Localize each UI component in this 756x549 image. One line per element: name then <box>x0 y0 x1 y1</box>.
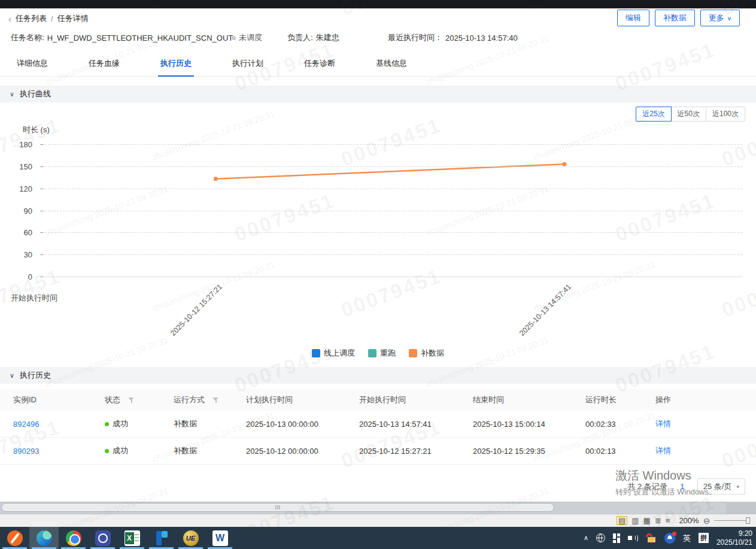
zoom-slider-thumb[interactable] <box>746 517 750 524</box>
tab-execution-plan[interactable]: 执行计划 <box>230 53 266 77</box>
legend-swatch-orange <box>409 349 417 357</box>
detail-link[interactable]: 详情 <box>655 418 671 429</box>
curve-section-title: 执行曲线 <box>20 89 51 99</box>
taskbar-blue-round-app-icon[interactable] <box>88 527 117 549</box>
tab-execution-history[interactable]: 执行历史 <box>158 53 194 77</box>
zoom-level[interactable]: 200% <box>679 516 699 525</box>
success-dot-icon <box>105 422 109 426</box>
read-mode-icon[interactable]: ▤ <box>617 516 627 525</box>
collapse-chevron-icon[interactable]: ∨ <box>10 372 14 380</box>
legend-label: 补数据 <box>421 348 444 359</box>
instance-id-link[interactable]: 890293 <box>13 447 39 456</box>
tab-detail-info[interactable]: 详细信息 <box>14 53 50 77</box>
pagination: 共 2 条记录 1 25 条/页 ▾ <box>627 478 745 495</box>
history-section-title: 执行历史 <box>20 370 51 381</box>
web-layout-icon[interactable]: ▦ <box>643 517 651 524</box>
instance-id-link[interactable]: 892496 <box>13 420 39 429</box>
filter-icon[interactable] <box>128 397 135 403</box>
horizontal-scrollbar <box>0 501 756 514</box>
y-axis-ticks: 1801501209060300 <box>0 144 41 277</box>
range-50-button[interactable]: 近50次 <box>671 107 706 122</box>
volume-icon[interactable] <box>628 534 638 542</box>
total-records: 共 2 条记录 <box>627 481 667 492</box>
top-black-bar <box>0 0 756 8</box>
legend-backfill[interactable]: 补数据 <box>409 348 444 359</box>
status-text: 成功 <box>113 418 128 429</box>
page-number[interactable]: 1 <box>676 482 689 491</box>
task-name: 任务名称: H_WF_DWD_SETTLEOTHER_HKAUDIT_SCN_O… <box>11 32 233 43</box>
taskbar-excel-icon[interactable]: X <box>117 527 147 549</box>
col-status: 状态 <box>105 395 174 405</box>
y-tick-label: 150 <box>2 162 32 171</box>
taskbar-clock[interactable]: 9:20 2025/10/21 <box>716 529 752 547</box>
data-point[interactable] <box>214 177 218 181</box>
tab-lineage[interactable]: 任务血缘 <box>86 53 122 77</box>
outline-view-icon[interactable]: ≣ <box>655 517 661 524</box>
more-button[interactable]: 更多∨ <box>700 10 740 26</box>
scrollbar-corner <box>726 502 756 514</box>
curve-section-header[interactable]: ∨ 执行曲线 <box>0 86 756 102</box>
taskbar-word-icon[interactable]: W <box>205 527 235 549</box>
zoom-out-icon[interactable]: ⊖ <box>703 516 711 526</box>
duration-cell: 00:02:33 <box>585 420 655 429</box>
backfill-button[interactable]: 补数据 <box>655 10 695 26</box>
notification-app-icon[interactable] <box>664 533 675 544</box>
col-instance-id: 实例ID <box>13 395 105 405</box>
collapse-chevron-icon[interactable]: ∨ <box>10 90 14 98</box>
detail-link[interactable]: 详情 <box>655 445 671 456</box>
language-indicator[interactable]: 英 <box>683 533 691 544</box>
clock-date: 2025/10/21 <box>716 538 752 547</box>
print-layout-icon[interactable]: ▥ <box>631 517 639 524</box>
network-globe-icon[interactable] <box>596 533 605 542</box>
taskbar-blue-f-app-icon[interactable] <box>147 527 176 549</box>
y-tick-mark <box>40 166 44 167</box>
run-type-cell: 补数据 <box>174 418 246 429</box>
tray-expand-icon[interactable]: ∧ <box>584 534 588 542</box>
breadcrumb-task-list[interactable]: 任务列表 <box>16 13 47 24</box>
tab-baseline-info[interactable]: 基线信息 <box>374 53 409 77</box>
back-icon[interactable]: ‹ <box>8 15 11 23</box>
word-status-bar: ▤ ▥ ▦ ≣ ≡ 200% ⊖ <box>0 514 756 527</box>
col-end-time: 结束时间 <box>473 395 585 405</box>
owner-value: 朱建忠 <box>316 32 339 43</box>
chevron-down-icon: ▾ <box>736 484 739 490</box>
duration-cell: 00:02:13 <box>585 447 655 456</box>
gridline <box>45 254 742 255</box>
taskbar-chrome-icon[interactable] <box>59 527 88 549</box>
edit-button[interactable]: 编辑 <box>617 10 649 26</box>
tab-task-diagnosis[interactable]: 任务诊断 <box>302 53 338 77</box>
taskbar-orange-pen-app-icon[interactable] <box>0 527 29 549</box>
range-100-button[interactable]: 近100次 <box>706 107 745 122</box>
grid-bars-icon[interactable] <box>613 533 620 543</box>
owner: 负责人: 朱建忠 <box>287 32 339 43</box>
tab-bar: 详细信息 任务血缘 执行历史 执行计划 任务诊断 基线信息 <box>0 53 756 77</box>
chevron-down-icon: ∨ <box>727 15 731 22</box>
col-run-type: 运行方式 <box>174 395 246 405</box>
legend-online-schedule[interactable]: 线上调度 <box>312 348 355 359</box>
taskbar-edge-icon[interactable] <box>29 527 59 549</box>
filter-icon[interactable] <box>212 397 219 403</box>
run-type-cell: 补数据 <box>174 445 246 456</box>
col-plan-time: 计划执行时间 <box>246 395 359 405</box>
y-tick-label: 180 <box>2 140 32 149</box>
legend-swatch-blue <box>312 349 320 357</box>
col-run-type-label: 运行方式 <box>174 395 205 405</box>
draft-view-icon[interactable]: ≡ <box>666 517 670 524</box>
scrollbar-thumb[interactable] <box>1 503 554 512</box>
history-section-header[interactable]: ∨ 执行历史 <box>0 367 756 384</box>
data-point[interactable] <box>562 162 566 166</box>
plan-time-cell: 2025-10-13 00:00:00 <box>246 420 359 429</box>
zoom-slider[interactable] <box>714 520 748 521</box>
page-size-select[interactable]: 25 条/页 ▾ <box>697 478 745 495</box>
legend-rerun[interactable]: 重跑 <box>368 348 396 359</box>
legend-label: 线上调度 <box>324 348 355 359</box>
mail-tray-icon[interactable] <box>646 533 657 542</box>
table-row: 890293 成功 补数据 2025-10-12 00:00:00 2025-1… <box>0 438 756 465</box>
y-tick-label: 60 <box>2 228 32 237</box>
y-tick-mark <box>40 211 44 211</box>
taskbar-ultraedit-icon[interactable]: UE <box>176 527 205 549</box>
range-25-button[interactable]: 近25次 <box>636 107 671 122</box>
col-duration: 运行时长 <box>585 395 655 405</box>
breadcrumb-separator: / <box>51 14 53 23</box>
ime-pinyin-icon[interactable]: 拼 <box>699 533 709 543</box>
